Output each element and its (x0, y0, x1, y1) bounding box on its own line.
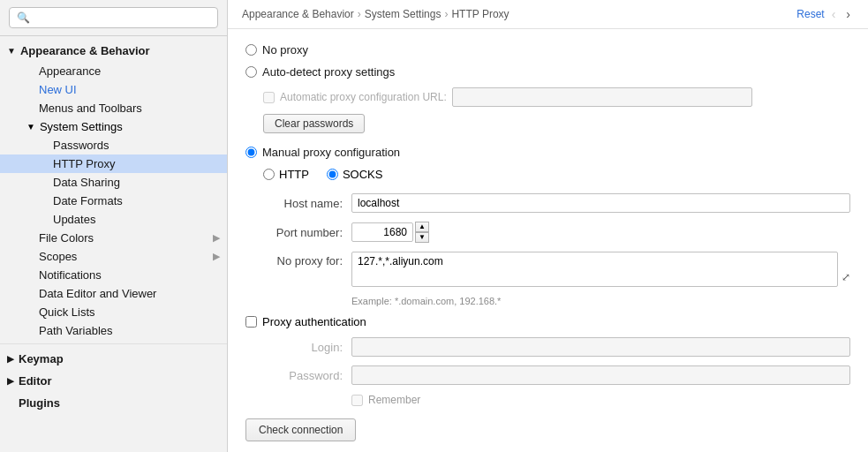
sidebar-item-scopes[interactable]: Scopes ▶ (0, 247, 227, 266)
remember-checkbox[interactable] (351, 395, 363, 406)
no-proxy-for-input[interactable]: 127.*,*.aliyun.com (351, 252, 838, 287)
proxy-auth-row: Proxy authentication (245, 315, 850, 328)
sidebar-item-data-editor-viewer[interactable]: Data Editor and Viewer (0, 284, 227, 303)
sidebar-item-passwords[interactable]: Passwords (0, 136, 227, 154)
manual-proxy-label[interactable]: Manual proxy configuration (262, 146, 400, 159)
sidebar-item-file-colors[interactable]: File Colors ▶ (0, 229, 227, 247)
back-button[interactable]: ‹ (828, 7, 840, 21)
content-area: No proxy Auto-detect proxy settings Auto… (228, 29, 868, 452)
auto-config-label: Automatic proxy configuration URL: (280, 91, 447, 103)
port-up-button[interactable]: ▲ (415, 222, 429, 232)
search-input[interactable] (9, 7, 218, 28)
sidebar-item-label: Appearance (39, 64, 101, 78)
sidebar-item-system-settings[interactable]: ▼ System Settings (0, 117, 227, 136)
http-option[interactable]: HTTP (263, 168, 309, 181)
clear-passwords-button[interactable]: Clear passwords (263, 114, 365, 133)
check-connection-button[interactable]: Check connection (245, 418, 356, 441)
port-wrapper: ▲ ▼ (351, 222, 429, 243)
breadcrumb-nav: ‹ › (828, 7, 854, 21)
proxy-auth-checkbox[interactable] (245, 316, 257, 328)
sidebar-item-path-variables[interactable]: Path Variables (0, 321, 227, 340)
auto-config-input[interactable] (452, 87, 752, 107)
sidebar-tree: ▼ Appearance & Behavior Appearance New U… (0, 36, 227, 452)
sidebar-item-label: File Colors (39, 231, 94, 245)
port-row: Port number: ▲ ▼ (245, 222, 850, 243)
no-proxy-label[interactable]: No proxy (262, 43, 308, 56)
breadcrumb: Appearance & Behavior › System Settings … (228, 0, 868, 29)
sidebar-item-keymap[interactable]: ▶ Keymap (0, 348, 227, 370)
password-label: Password: (245, 369, 351, 382)
sidebar-item-label: Data Editor and Viewer (39, 287, 156, 300)
search-bar (0, 0, 227, 36)
forward-button[interactable]: › (842, 7, 854, 21)
socks-radio[interactable] (327, 169, 338, 180)
host-name-label: Host name: (245, 197, 351, 210)
sidebar-item-menus-toolbars[interactable]: Menus and Toolbars (0, 99, 227, 117)
sidebar-item-label: Plugins (19, 396, 60, 410)
sidebar-item-label: Notifications (39, 268, 102, 282)
sidebar-item-label: Date Formats (53, 194, 123, 207)
remember-label[interactable]: Remember (368, 394, 420, 406)
expand-icon: ▶ (213, 251, 220, 262)
sidebar-item-label: Appearance & Behavior (20, 44, 150, 57)
breadcrumb-part-1: Appearance & Behavior (242, 8, 354, 20)
sidebar-item-label: Data Sharing (53, 176, 120, 189)
remember-row: Remember (351, 394, 850, 406)
auto-config-row: Automatic proxy configuration URL: (245, 87, 850, 107)
sidebar-item-appearance-behavior[interactable]: ▼ Appearance & Behavior (0, 40, 227, 62)
http-label: HTTP (279, 168, 309, 181)
auto-config-checkbox[interactable] (263, 92, 275, 103)
no-proxy-for-wrapper: 127.*,*.aliyun.com ⤢ (351, 252, 850, 287)
login-label: Login: (245, 341, 351, 354)
password-input[interactable] (351, 365, 850, 385)
sidebar-item-plugins[interactable]: ▶ Plugins (0, 392, 227, 414)
sidebar-item-quick-lists[interactable]: Quick Lists (0, 303, 227, 321)
breadcrumb-sep-2: › (444, 8, 448, 20)
port-down-button[interactable]: ▼ (415, 232, 429, 243)
expand-icon[interactable]: ⤢ (842, 271, 850, 287)
socks-label: SOCKS (343, 168, 383, 181)
breadcrumb-sep-1: › (358, 8, 361, 20)
sidebar-item-label: New UI (39, 83, 77, 96)
http-radio[interactable] (263, 169, 275, 180)
password-row: Password: (245, 365, 850, 385)
login-input[interactable] (351, 337, 850, 357)
host-name-input[interactable] (351, 193, 850, 213)
sidebar-item-label: Path Variables (39, 324, 113, 337)
sidebar-item-data-sharing[interactable]: Data Sharing (0, 173, 227, 192)
port-input[interactable] (351, 222, 413, 242)
no-proxy-for-row: No proxy for: 127.*,*.aliyun.com ⤢ (245, 252, 850, 287)
sidebar: ▼ Appearance & Behavior Appearance New U… (0, 0, 228, 452)
sidebar-item-label: Keymap (19, 352, 64, 365)
auto-detect-label[interactable]: Auto-detect proxy settings (262, 65, 395, 79)
no-proxy-row: No proxy (245, 43, 850, 56)
proxy-auth-label[interactable]: Proxy authentication (262, 315, 366, 328)
chevron-down-icon: ▼ (26, 122, 35, 132)
expand-icon: ▶ (213, 232, 220, 244)
breadcrumb-part-3: HTTP Proxy (451, 8, 509, 20)
protocol-row: HTTP SOCKS (263, 168, 850, 181)
reset-button[interactable]: Reset (796, 8, 824, 20)
main-panel: Appearance & Behavior › System Settings … (228, 0, 868, 452)
no-proxy-radio[interactable] (245, 44, 257, 56)
socks-option[interactable]: SOCKS (327, 168, 383, 181)
clear-passwords-container: Clear passwords (263, 114, 850, 133)
sidebar-item-label: Passwords (53, 139, 109, 152)
sidebar-item-label: System Settings (40, 120, 123, 133)
auto-detect-radio[interactable] (245, 66, 257, 78)
sidebar-item-appearance[interactable]: Appearance (0, 62, 227, 80)
sidebar-item-date-formats[interactable]: Date Formats (0, 192, 227, 210)
sidebar-item-http-proxy[interactable]: HTTP Proxy (0, 154, 227, 173)
host-name-row: Host name: (245, 193, 850, 213)
sidebar-item-label: Menus and Toolbars (39, 102, 142, 115)
chevron-down-icon: ▼ (7, 46, 16, 56)
sidebar-item-new-ui[interactable]: New UI (0, 80, 227, 99)
manual-proxy-radio[interactable] (245, 147, 257, 158)
sidebar-item-notifications[interactable]: Notifications (0, 266, 227, 284)
sidebar-item-editor[interactable]: ▶ Editor (0, 370, 227, 392)
chevron-right-icon: ▶ (7, 376, 14, 386)
sidebar-item-updates[interactable]: Updates (0, 210, 227, 229)
breadcrumb-part-2: System Settings (365, 8, 442, 20)
chevron-right-icon: ▶ (7, 354, 14, 364)
no-proxy-for-label: No proxy for: (245, 252, 351, 267)
